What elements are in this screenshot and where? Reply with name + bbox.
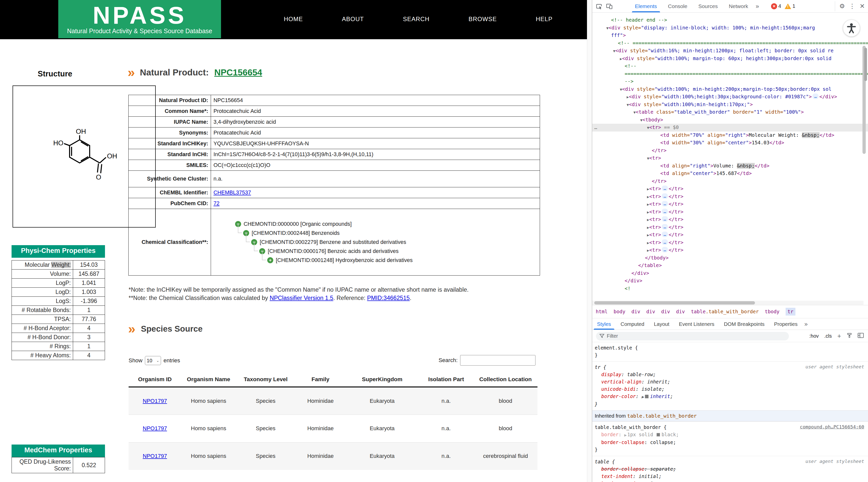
elements-horizontal-scrollbar[interactable] [592,301,864,305]
rule-selector[interactable]: element.style { [595,344,866,351]
column-header[interactable]: Collection Location [473,372,537,387]
natural-product-id-link[interactable]: NPC156654 [214,67,262,78]
dom-tree-line[interactable]: …▼<tr> == $0 [592,124,868,132]
sidebar-tab-properties[interactable]: Properties [769,318,802,330]
column-header[interactable]: Taxonomy Level [236,372,295,387]
dom-tree-line[interactable]: </tr> [592,147,868,154]
column-header[interactable]: SuperKingdom [346,372,419,387]
nav-about[interactable]: ABOUT [342,16,364,23]
dom-tree-line[interactable]: ▶<tr>…</tr> [592,224,868,231]
breadcrumb-item-tr[interactable]: tr [786,308,796,316]
css-declaration[interactable]: display: table-row; [595,371,866,378]
dom-tree-line[interactable]: <!-- header end --> [592,16,868,24]
dom-tree-line[interactable]: </tr> [592,177,868,185]
css-declaration[interactable]: border-collapse: separate; [595,465,866,473]
dom-tree-line[interactable]: </div> [592,277,868,285]
inline-expand-icon[interactable]: … [662,232,668,237]
settings-gear-icon[interactable]: ⚙ [837,1,847,11]
dom-tree-line[interactable]: ▶<tr>…</tr> [592,231,868,239]
breadcrumb-item-div[interactable]: div [646,309,655,315]
dom-tree-line[interactable]: ▶<tr>…</tr> [592,247,868,254]
inline-expand-icon[interactable]: … [662,201,668,206]
breadcrumb-item-body[interactable]: body [614,309,625,315]
css-declaration[interactable]: border-spacing: ▶2px; [595,480,866,482]
sidebar-tab-layout[interactable]: Layout [649,318,674,330]
stylesheet-source-link[interactable]: compound.ph…PC156654:60 [800,424,864,429]
dom-tree-line[interactable]: ▶<tr>…</tr> [592,185,868,193]
column-header[interactable]: Organism ID [129,372,181,387]
nav-home[interactable]: HOME [284,16,303,23]
css-declaration[interactable]: border: ▶1px solid black; [595,431,866,439]
dom-tree-line[interactable]: ▼<tr> [592,154,868,162]
inline-expand-icon[interactable]: … [662,247,668,252]
inline-expand-icon[interactable]: … [662,193,668,199]
npass-logo[interactable]: NPASS Natural Product Activity & Species… [58,0,221,38]
column-header[interactable]: Family [296,372,346,387]
breadcrumb-item-table[interactable]: table.table_with_border [691,309,759,315]
dom-tree-line[interactable]: </div> [592,270,868,277]
dom-tree-line[interactable]: <td width="70%" align="right">Molecular … [592,132,868,139]
dom-tree-line[interactable]: <!-- [592,62,868,70]
sidebar-tab-event-listeners[interactable]: Event Listeners [674,318,719,330]
organism-id-link[interactable]: NPO1797 [143,425,167,431]
breadcrumb-item-html[interactable]: html [596,309,608,315]
dom-tree-line[interactable]: ▼<div style="width:16%; min-height:1200p… [592,47,868,55]
nav-browse[interactable]: BROWSE [468,16,497,23]
dom-tree-line[interactable]: ▶<div style="width:100%;height:30px;back… [592,93,868,101]
nav-search[interactable]: SEARCH [403,16,430,23]
kebab-menu-icon[interactable]: ⋮ [847,1,857,11]
footnote-link[interactable]: PMID:34662515 [367,295,410,301]
css-declaration[interactable]: vertical-align: inherit; [595,378,866,386]
css-declaration[interactable]: unicode-bidi: isolate; [595,386,866,393]
field-link[interactable]: 72 [214,200,219,206]
organism-id-link[interactable]: NPO1797 [143,453,167,459]
dom-tree-line[interactable]: </table> [592,262,868,270]
dom-tree-line[interactable]: ▶<tr>…</tr> [592,200,868,208]
dom-tree-line[interactable]: ▼<div style="display: inline-block; widt… [592,24,868,32]
warning-badge[interactable]: 1 [785,3,795,9]
tab-console[interactable]: Console [662,0,693,12]
css-declaration[interactable]: text-indent: initial; [595,473,866,480]
dom-tree-line[interactable]: </tbody> [592,254,868,262]
sidebar-tab-computed[interactable]: Computed [616,318,649,330]
inline-expand-icon[interactable]: … [662,186,668,191]
color-swatch[interactable] [656,433,660,436]
styles-filter-input[interactable]: Filter [596,332,789,340]
tab-sources[interactable]: Sources [693,0,723,12]
toggle-hov[interactable]: :hov [809,333,819,339]
inline-expand-icon[interactable]: … [662,224,668,230]
sidebar-tab-styles[interactable]: Styles [592,318,616,330]
accessibility-person-icon[interactable] [843,20,860,36]
dom-tree-line[interactable]: <!-- ===================================… [592,39,868,47]
expand-plus-icon[interactable]: + [267,257,273,263]
brush-icon[interactable] [847,333,852,339]
styles-scrollbar-thumb[interactable] [864,48,867,81]
error-badge[interactable]: ✕ 4 [771,3,781,9]
color-swatch[interactable] [645,395,649,398]
dom-tree-line[interactable]: <td align="center">145.687</td> [592,170,868,177]
field-link[interactable]: CHEMBL37537 [214,190,251,196]
tab-network[interactable]: Network [723,0,754,12]
inline-expand-icon[interactable]: … [662,216,668,222]
new-style-rule-icon[interactable]: + [837,332,841,340]
column-header[interactable]: Isolation Part [419,372,473,387]
close-devtools-icon[interactable]: ✕ [857,1,867,11]
dom-tree-line[interactable]: <td width="30%" align="center">154.03</t… [592,139,868,147]
sidebar-tab-dom-breakpoints[interactable]: DOM Breakpoints [719,318,769,330]
expand-arrow-icon[interactable]: ▶ [624,433,627,437]
inline-expand-icon[interactable]: … [662,239,668,245]
hscroll-thumb[interactable] [594,301,755,305]
dom-tree-line[interactable]: ========================================… [592,70,868,78]
device-toolbar-icon[interactable] [604,1,614,11]
breadcrumb-item-div[interactable]: div [661,309,670,315]
inherited-selector[interactable]: table.table_with_border [627,413,697,419]
dom-tree-line[interactable]: ▶<div style="width:100%; margin-top: 60p… [592,55,868,63]
footnote-link[interactable]: NPClassifier Version 1.5 [270,295,333,301]
dom-tree-line[interactable]: ▶<tr>…</tr> [592,193,868,201]
dom-tree-line[interactable]: ▶<tr>…</tr> [592,216,868,224]
dom-tree-line[interactable]: fff"> [592,32,868,39]
toggle-cls[interactable]: .cls [824,333,832,339]
entries-select[interactable]: 10 ⌄ [145,356,161,365]
sidebar-toggle-icon[interactable] [858,333,864,339]
dom-tree-line[interactable]: ▼<div style="width:100%; min-height:200p… [592,85,868,93]
